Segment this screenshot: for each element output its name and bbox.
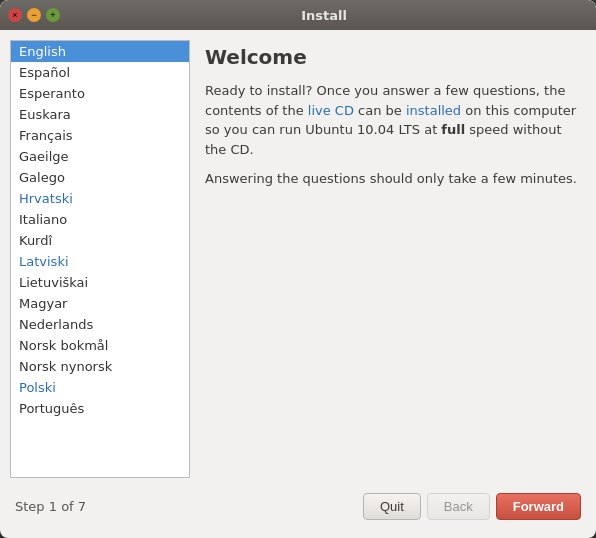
welcome-paragraph-2: Answering the questions should only take…: [205, 169, 581, 189]
language-item[interactable]: Kurdî: [11, 230, 189, 251]
maximize-button[interactable]: +: [46, 8, 60, 22]
right-panel: Welcome Ready to install? Once you answe…: [200, 40, 586, 478]
language-item[interactable]: Português: [11, 398, 189, 419]
language-item[interactable]: Lietuviškai: [11, 272, 189, 293]
language-item[interactable]: Polski: [11, 377, 189, 398]
back-button[interactable]: Back: [427, 493, 490, 520]
forward-button[interactable]: Forward: [496, 493, 581, 520]
language-item[interactable]: Gaeilge: [11, 146, 189, 167]
welcome-title: Welcome: [205, 45, 581, 69]
language-item[interactable]: Español: [11, 62, 189, 83]
language-item[interactable]: Nederlands: [11, 314, 189, 335]
content-area: EnglishEspañolEsperantoEuskaraFrançaisGa…: [0, 30, 596, 538]
live-cd-link: live CD: [308, 103, 354, 118]
install-window: × − + Install EnglishEspañolEsperantoEus…: [0, 0, 596, 538]
language-item[interactable]: English: [11, 41, 189, 62]
close-button[interactable]: ×: [8, 8, 22, 22]
footer-buttons: Quit Back Forward: [363, 493, 581, 520]
language-item[interactable]: Norsk nynorsk: [11, 356, 189, 377]
minimize-icon: −: [31, 10, 36, 20]
language-list[interactable]: EnglishEspañolEsperantoEuskaraFrançaisGa…: [11, 41, 189, 477]
maximize-icon: +: [50, 10, 55, 20]
language-item[interactable]: Norsk bokmål: [11, 335, 189, 356]
welcome-paragraph-1: Ready to install? Once you answer a few …: [205, 81, 581, 159]
language-item[interactable]: Esperanto: [11, 83, 189, 104]
footer: Step 1 of 7 Quit Back Forward: [10, 488, 586, 528]
language-list-container: EnglishEspañolEsperantoEuskaraFrançaisGa…: [10, 40, 190, 478]
quit-button[interactable]: Quit: [363, 493, 421, 520]
window-title: Install: [60, 8, 588, 23]
close-icon: ×: [12, 10, 17, 20]
language-item[interactable]: Magyar: [11, 293, 189, 314]
language-item[interactable]: Galego: [11, 167, 189, 188]
installed-link: installed: [406, 103, 461, 118]
main-area: EnglishEspañolEsperantoEuskaraFrançaisGa…: [10, 40, 586, 478]
step-label: Step 1 of 7: [15, 499, 86, 514]
welcome-text: Ready to install? Once you answer a few …: [205, 81, 581, 189]
titlebar: × − + Install: [0, 0, 596, 30]
language-item[interactable]: Euskara: [11, 104, 189, 125]
language-item[interactable]: Hrvatski: [11, 188, 189, 209]
language-item[interactable]: Latviski: [11, 251, 189, 272]
language-item[interactable]: Français: [11, 125, 189, 146]
language-item[interactable]: Italiano: [11, 209, 189, 230]
titlebar-buttons: × − +: [8, 8, 60, 22]
minimize-button[interactable]: −: [27, 8, 41, 22]
full-bold: full: [441, 122, 465, 137]
